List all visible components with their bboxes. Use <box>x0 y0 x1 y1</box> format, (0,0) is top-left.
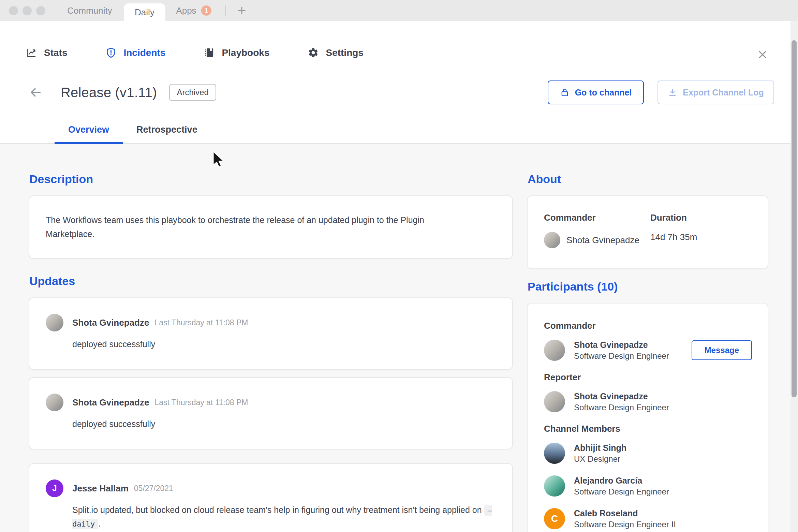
export-channel-log-button[interactable]: Export Channel Log <box>657 80 774 104</box>
reporter-group-label: Reporter <box>544 372 752 383</box>
browser-tab-bar: Community Daily Apps 1 <box>0 0 798 21</box>
nav-item-stats[interactable]: Stats <box>26 47 67 58</box>
tab-label: Overview <box>68 124 109 135</box>
nav-label: Playbooks <box>222 47 269 58</box>
window-close-dot[interactable] <box>9 6 18 15</box>
page-title: Release (v1.11) <box>61 85 157 100</box>
tab-overview[interactable]: Overview <box>55 124 123 143</box>
nav-label: Incidents <box>123 47 165 58</box>
commander-label: Commander <box>544 212 650 223</box>
nav-item-incidents[interactable]: Incidents <box>105 47 165 58</box>
back-button[interactable] <box>29 85 44 100</box>
window-minimize-dot[interactable] <box>23 6 32 15</box>
update-post: Shota Gvinepadze Last Thursday at 11:08 … <box>29 297 513 370</box>
button-label: Go to channel <box>575 88 632 98</box>
title-row: Release (v1.11) Archived Go to channel E… <box>29 80 774 105</box>
browser-tab-daily[interactable]: Daily <box>124 3 165 21</box>
about-card: Commander Shota Gvinepadze Duration 14d … <box>527 195 768 269</box>
participant-role: Software Design Engineer <box>574 351 669 361</box>
participant-row: C Caleb Roseland Software Design Enginee… <box>544 508 752 530</box>
description-card: The Workflows team uses this playbook to… <box>29 195 513 259</box>
participant-row: Alejandro García Software Design Enginee… <box>544 475 752 497</box>
tabbar-separator <box>225 5 226 16</box>
participant-row: Shota Gvinepadze Software Design Enginee… <box>544 391 752 413</box>
avatar: J <box>46 479 63 497</box>
header-actions: Go to channel Export Channel Log <box>548 80 774 104</box>
browser-tab-label: Daily <box>135 7 154 18</box>
description-heading: Description <box>29 173 513 186</box>
post-author: Shota Gvinepadze <box>72 397 149 408</box>
incident-header: Stats Incidents Playbooks <box>0 21 798 144</box>
page-tabs: Overview Retrospective <box>55 124 211 143</box>
go-to-channel-button[interactable]: Go to channel <box>548 80 644 104</box>
overview-side-column: About Commander Shota Gvinepadze Duratio… <box>527 143 768 532</box>
chart-line-icon <box>26 47 37 58</box>
lock-icon <box>560 88 570 97</box>
status-badge: Archived <box>169 84 216 101</box>
nav-item-settings[interactable]: Settings <box>308 47 363 58</box>
participant-name: Shota Gvinepadze <box>574 339 669 350</box>
post-author: Jesse Hallam <box>72 483 129 494</box>
main-nav: Stats Incidents Playbooks <box>26 47 364 58</box>
nav-label: Stats <box>44 47 67 58</box>
duration-label: Duration <box>650 212 751 223</box>
scrollbar-track[interactable] <box>790 21 798 532</box>
tab-retrospective[interactable]: Retrospective <box>123 124 211 143</box>
commander-name: Shota Gvinepadze <box>566 235 639 246</box>
post-message: Split.io updated, but blocked on cloud r… <box>72 503 496 531</box>
new-tab-button[interactable] <box>232 0 251 21</box>
button-label: Export Channel Log <box>683 88 764 98</box>
arrow-left-icon <box>29 86 42 99</box>
mouse-cursor <box>213 151 226 169</box>
update-post: Shota Gvinepadze Last Thursday at 11:08 … <box>29 377 513 449</box>
description-text: The Workflows team uses this playbook to… <box>46 213 472 241</box>
nav-item-playbooks[interactable]: Playbooks <box>204 47 269 58</box>
participant-row: Shota Gvinepadze Software Design Enginee… <box>544 339 752 361</box>
about-duration-cell: Duration 14d 7h 35m <box>650 212 751 252</box>
participants-card: Commander Shota Gvinepadze Software Desi… <box>527 303 768 532</box>
message-button[interactable]: Message <box>692 340 752 360</box>
avatar <box>544 443 565 464</box>
commander-group-label: Commander <box>544 321 752 331</box>
notebook-icon <box>204 47 215 58</box>
participant-name: Caleb Roseland <box>574 508 676 519</box>
participants-heading: Participants (10) <box>528 280 768 293</box>
avatar <box>46 394 63 411</box>
participant-role: Software Design Engineer <box>574 487 669 497</box>
post-timestamp: Last Thursday at 11:08 PM <box>154 318 248 327</box>
avatar <box>544 391 565 412</box>
participant-row: Abhijit Singh UX Designer <box>544 442 752 464</box>
browser-tab-apps[interactable]: Apps 1 <box>165 0 222 21</box>
participant-role: UX Designer <box>574 454 626 464</box>
window-zoom-dot[interactable] <box>36 6 45 15</box>
post-author: Shota Gvinepadze <box>72 317 149 328</box>
apps-unread-badge: 1 <box>201 5 211 16</box>
download-icon <box>668 88 677 97</box>
window-controls <box>0 0 45 21</box>
nav-label: Settings <box>326 47 363 58</box>
post-message: deployed successfully <box>72 417 496 430</box>
browser-tab-label: Community <box>67 5 112 16</box>
avatar: C <box>544 508 565 529</box>
plus-icon <box>236 5 247 16</box>
avatar <box>46 314 63 331</box>
about-heading: About <box>528 173 768 186</box>
shield-alert-icon <box>105 47 117 58</box>
post-message: deployed successfully <box>72 338 496 351</box>
participant-name: Shota Gvinepadze <box>574 391 669 402</box>
tab-label: Retrospective <box>136 124 197 135</box>
post-timestamp: 05/27/2021 <box>134 484 173 493</box>
avatar <box>544 475 565 497</box>
about-commander-cell: Commander Shota Gvinepadze <box>544 212 650 252</box>
browser-tab-community[interactable]: Community <box>56 0 124 21</box>
post-timestamp: Last Thursday at 11:08 PM <box>154 398 248 407</box>
close-icon <box>757 49 768 60</box>
update-post: J Jesse Hallam 05/27/2021 Split.io updat… <box>29 463 513 532</box>
overview-main-column: Description The Workflows team uses this… <box>29 143 513 532</box>
gear-icon <box>308 47 319 58</box>
scrollbar-thumb[interactable] <box>792 40 797 397</box>
avatar <box>544 232 560 248</box>
updates-heading: Updates <box>29 275 513 288</box>
participant-name: Alejandro García <box>574 475 669 486</box>
close-button[interactable] <box>756 48 769 61</box>
